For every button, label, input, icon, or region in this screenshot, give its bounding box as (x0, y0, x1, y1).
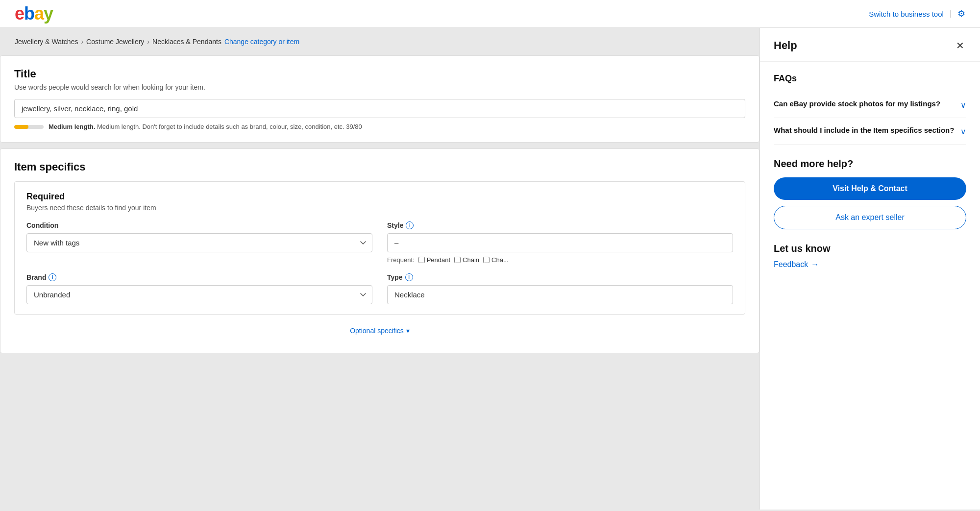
main-content: Jewellery & Watches › Costume Jewellery … (0, 28, 760, 510)
optional-chevron-icon: ▾ (406, 327, 410, 335)
frequent-tag-pendant[interactable]: Pendant (418, 256, 450, 264)
style-field: Style i Frequent: Pendant (387, 221, 733, 264)
optional-specifics-label: Optional specifics (350, 327, 404, 335)
change-category-link[interactable]: Change category or item (224, 38, 299, 46)
optional-specifics-link[interactable]: Optional specifics ▾ (350, 327, 410, 335)
logo-letter-y: y (44, 3, 53, 24)
progress-bar-wrap (14, 125, 44, 129)
visit-help-contact-button[interactable]: Visit Help & Contact (774, 177, 966, 200)
fields-grid: Condition New with tags New without tags… (26, 221, 733, 304)
help-title: Help (774, 39, 797, 52)
breadcrumb-item-costume: Costume Jewellery (86, 38, 144, 46)
item-specifics-card: Item specifics Required Buyers need thes… (0, 148, 760, 353)
brand-label: Brand i (26, 273, 372, 281)
breadcrumb: Jewellery & Watches › Costume Jewellery … (0, 28, 760, 55)
pendant-label: Pendant (427, 256, 450, 264)
help-panel: Help ✕ FAQs Can eBay provide stock photo… (760, 28, 980, 510)
char-indicator: Medium length. Medium length. Don't forg… (14, 123, 745, 130)
type-field: Type i (387, 273, 733, 304)
breadcrumb-item-jewellery: Jewellery & Watches (15, 38, 78, 46)
style-input[interactable] (387, 233, 733, 252)
type-label: Type i (387, 273, 733, 281)
faq-chevron-2-icon: ∨ (960, 127, 966, 136)
header-right: Switch to business tool | ⚙ (869, 8, 965, 19)
required-box: Required Buyers need these details to fi… (14, 181, 745, 315)
frequent-tag-chain[interactable]: Chain (454, 256, 479, 264)
required-description: Buyers need these details to find your i… (26, 204, 733, 212)
logo-letter-e: e (15, 3, 24, 24)
breadcrumb-sep-2: › (147, 38, 149, 46)
feedback-label: Feedback (774, 260, 808, 269)
frequent-tags: Frequent: Pendant Chain (387, 256, 733, 264)
style-info-icon[interactable]: i (406, 221, 414, 229)
style-label-text: Style (387, 221, 403, 229)
chain-checkbox[interactable] (454, 257, 461, 263)
faq-item-1: Can eBay provide stock photos for my lis… (774, 92, 966, 118)
progress-bar-fill (14, 125, 28, 129)
breadcrumb-item-necklaces: Necklaces & Pendants (152, 38, 221, 46)
logo-letter-a: a (34, 3, 44, 24)
faq-question-1-text: Can eBay provide stock photos for my lis… (774, 99, 955, 108)
chain-label: Chain (463, 256, 479, 264)
help-close-button[interactable]: ✕ (954, 38, 966, 53)
need-more-help-title: Need more help? (774, 158, 966, 170)
style-input-wrap (387, 233, 733, 252)
gear-icon[interactable]: ⚙ (957, 8, 965, 19)
feedback-link[interactable]: Feedback → (774, 260, 819, 269)
ask-expert-seller-button[interactable]: Ask an expert seller (774, 206, 966, 229)
frequent-label: Frequent: (387, 256, 415, 264)
condition-field: Condition New with tags New without tags… (26, 221, 372, 264)
brand-info-icon[interactable]: i (49, 273, 56, 281)
faqs-title: FAQs (774, 73, 966, 84)
cha-label: Cha... (491, 256, 509, 264)
breadcrumb-sep-1: › (81, 38, 83, 46)
condition-select[interactable]: New with tags New without tags New with … (26, 233, 372, 252)
brand-field: Brand i Unbranded (26, 273, 372, 304)
cha-checkbox[interactable] (483, 257, 490, 263)
feedback-arrow-icon: → (811, 260, 819, 269)
type-input[interactable] (387, 285, 733, 304)
let-us-know-title: Let us know (774, 243, 966, 254)
faq-item-2: What should I include in the Item specif… (774, 118, 966, 145)
title-heading: Title (14, 68, 745, 80)
item-specifics-heading: Item specifics (14, 161, 745, 173)
type-info-icon[interactable]: i (405, 273, 413, 281)
faq-chevron-1-icon: ∨ (960, 100, 966, 110)
faq-question-2-text: What should I include in the Item specif… (774, 126, 955, 134)
logo-letter-b: b (24, 3, 34, 24)
page-layout: Jewellery & Watches › Costume Jewellery … (0, 28, 980, 510)
ebay-logo: ebay (15, 5, 53, 23)
required-label: Required (26, 192, 733, 202)
help-body: FAQs Can eBay provide stock photos for m… (760, 62, 980, 281)
switch-business-link[interactable]: Switch to business tool (869, 10, 944, 18)
faq-question-2[interactable]: What should I include in the Item specif… (774, 126, 966, 136)
faq-question-1[interactable]: Can eBay provide stock photos for my lis… (774, 99, 966, 110)
pendant-checkbox[interactable] (418, 257, 425, 263)
type-label-text: Type (387, 273, 403, 281)
char-hint-text: Medium length. Don't forget to include d… (97, 123, 362, 130)
style-label: Style i (387, 221, 733, 229)
header-divider: | (950, 9, 952, 18)
char-hint: Medium length. Medium length. Don't forg… (49, 123, 362, 130)
medium-length-label: Medium length. (49, 123, 95, 130)
help-header: Help ✕ (760, 28, 980, 62)
condition-label: Condition (26, 221, 372, 229)
title-subtitle: Use words people would search for when l… (14, 83, 745, 91)
title-card: Title Use words people would search for … (0, 55, 760, 143)
frequent-tag-cha[interactable]: Cha... (483, 256, 509, 264)
brand-select[interactable]: Unbranded (26, 285, 372, 304)
title-input[interactable] (14, 99, 745, 118)
optional-specifics: Optional specifics ▾ (14, 326, 745, 341)
brand-label-text: Brand (26, 273, 46, 281)
header: ebay Switch to business tool | ⚙ (0, 0, 980, 28)
